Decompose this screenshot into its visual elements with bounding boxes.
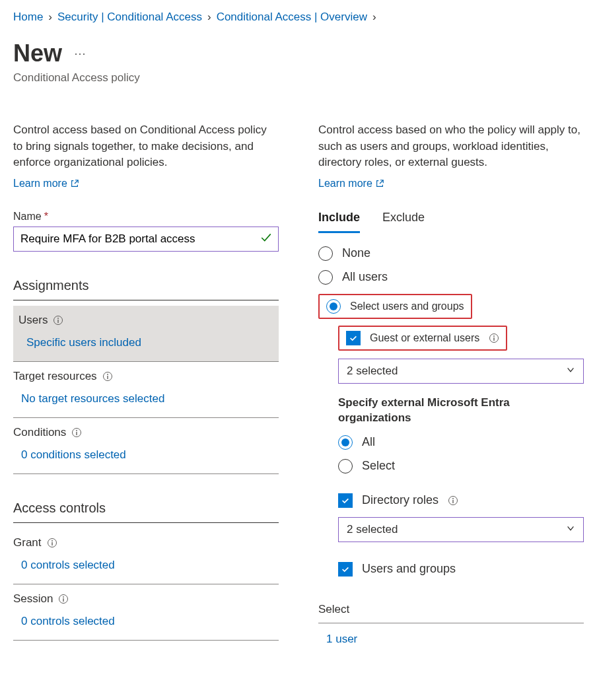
info-icon[interactable] xyxy=(58,594,69,604)
checkmark-icon xyxy=(260,232,272,246)
grant-value[interactable]: 0 controls selected xyxy=(13,559,279,572)
access-controls-header: Access controls xyxy=(13,501,279,523)
checkbox-icon[interactable] xyxy=(338,493,353,508)
conditions-section[interactable]: Conditions 0 conditions selected xyxy=(13,418,279,474)
select-value[interactable]: 1 user xyxy=(318,633,584,646)
learn-more-label: Learn more xyxy=(13,178,67,190)
session-value[interactable]: 0 controls selected xyxy=(13,615,279,628)
info-icon[interactable] xyxy=(47,538,57,548)
breadcrumb-security[interactable]: Security | Conditional Access xyxy=(57,11,202,24)
name-label: Name* xyxy=(13,211,279,223)
tab-exclude[interactable]: Exclude xyxy=(382,211,425,233)
svg-rect-8 xyxy=(77,432,77,435)
radio-icon[interactable] xyxy=(318,270,333,285)
svg-point-16 xyxy=(493,335,495,337)
svg-rect-5 xyxy=(107,376,108,379)
option-all-users[interactable]: All users xyxy=(318,270,584,285)
policy-intro-text: Control access based on Conditional Acce… xyxy=(13,122,279,171)
option-org-select-label: Select xyxy=(362,459,395,473)
breadcrumb-overview[interactable]: Conditional Access | Overview xyxy=(217,11,367,24)
conditions-label: Conditions xyxy=(13,426,66,439)
specify-orgs-label: Specify external Microsoft Entra organiz… xyxy=(338,396,584,426)
svg-point-13 xyxy=(63,596,65,598)
info-icon[interactable] xyxy=(489,333,499,343)
select-header: Select xyxy=(318,603,584,623)
radio-icon[interactable] xyxy=(326,299,341,314)
users-label: Users xyxy=(18,314,48,327)
option-org-select[interactable]: Select xyxy=(338,459,584,473)
svg-rect-20 xyxy=(452,500,453,503)
checkbox-users-groups[interactable]: Users and groups xyxy=(338,562,584,577)
svg-rect-14 xyxy=(63,598,64,602)
info-icon[interactable] xyxy=(71,427,82,438)
assignments-header: Assignments xyxy=(13,278,279,300)
checkbox-icon[interactable] xyxy=(338,562,353,577)
chevron-down-icon xyxy=(566,365,575,378)
info-icon[interactable] xyxy=(448,495,458,506)
directory-roles-dropdown[interactable]: 2 selected xyxy=(338,517,584,542)
required-indicator: * xyxy=(44,211,48,222)
info-icon[interactable] xyxy=(53,315,63,326)
checkbox-directory-roles[interactable]: Directory roles xyxy=(338,493,584,508)
option-all-users-label: All users xyxy=(342,270,388,284)
learn-more-label: Learn more xyxy=(318,178,372,190)
svg-point-4 xyxy=(107,374,108,375)
target-resources-label: Target resources xyxy=(13,370,97,383)
more-actions-button[interactable]: ⋯ xyxy=(74,48,87,59)
directory-roles-value: 2 selected xyxy=(347,523,398,536)
svg-point-19 xyxy=(452,498,454,499)
chevron-right-icon: › xyxy=(207,11,211,24)
svg-rect-17 xyxy=(494,337,495,341)
option-org-all-label: All xyxy=(362,435,375,449)
highlight-guest-external: Guest or external users xyxy=(338,326,507,351)
learn-more-link-users[interactable]: Learn more xyxy=(318,178,384,190)
option-org-all[interactable]: All xyxy=(338,435,584,450)
svg-rect-2 xyxy=(58,320,59,323)
external-link-icon xyxy=(70,179,79,188)
guest-types-dropdown[interactable]: 2 selected xyxy=(338,359,584,384)
session-section[interactable]: Session 0 controls selected xyxy=(13,584,279,641)
option-none-label: None xyxy=(342,246,370,260)
grant-label: Grant xyxy=(13,536,42,549)
breadcrumb: Home › Security | Conditional Access › C… xyxy=(13,11,584,24)
info-icon[interactable] xyxy=(102,371,113,382)
checkbox-guest-external-label[interactable]: Guest or external users xyxy=(370,332,479,344)
svg-rect-11 xyxy=(52,542,52,545)
checkbox-users-groups-label: Users and groups xyxy=(362,562,456,576)
policy-name-input[interactable] xyxy=(13,227,279,252)
svg-point-7 xyxy=(76,430,77,431)
radio-icon[interactable] xyxy=(318,246,333,261)
tab-include[interactable]: Include xyxy=(318,211,360,233)
option-select-users-label[interactable]: Select users and groups xyxy=(350,300,464,312)
users-value[interactable]: Specific users included xyxy=(18,336,273,349)
page-subtitle: Conditional Access policy xyxy=(13,71,584,85)
conditions-value[interactable]: 0 conditions selected xyxy=(13,448,279,462)
highlight-select-users: Select users and groups xyxy=(318,294,472,319)
grant-section[interactable]: Grant 0 controls selected xyxy=(13,528,279,584)
include-exclude-tabs: Include Exclude xyxy=(318,211,584,233)
users-intro-text: Control access based on who the policy w… xyxy=(318,122,584,171)
svg-point-1 xyxy=(58,318,59,319)
checkbox-icon[interactable] xyxy=(346,331,361,345)
breadcrumb-home[interactable]: Home xyxy=(13,11,43,24)
left-panel: Control access based on Conditional Acce… xyxy=(13,111,279,641)
svg-point-10 xyxy=(52,540,53,542)
external-link-icon xyxy=(375,179,384,188)
chevron-down-icon xyxy=(566,523,575,536)
page-title: New xyxy=(13,40,62,67)
users-config-panel: Control access based on who the policy w… xyxy=(318,111,584,646)
target-resources-section[interactable]: Target resources No target resources sel… xyxy=(13,362,279,418)
checkbox-directory-roles-label: Directory roles xyxy=(362,493,439,507)
radio-icon[interactable] xyxy=(338,435,353,450)
radio-icon[interactable] xyxy=(338,459,353,473)
learn-more-link[interactable]: Learn more xyxy=(13,178,79,190)
chevron-right-icon: › xyxy=(372,11,376,24)
session-label: Session xyxy=(13,592,53,606)
chevron-right-icon: › xyxy=(48,11,52,24)
guest-types-value: 2 selected xyxy=(347,365,398,378)
users-section[interactable]: Users Specific users included xyxy=(13,306,279,362)
target-resources-value[interactable]: No target resources selected xyxy=(13,392,279,405)
option-none[interactable]: None xyxy=(318,246,584,261)
